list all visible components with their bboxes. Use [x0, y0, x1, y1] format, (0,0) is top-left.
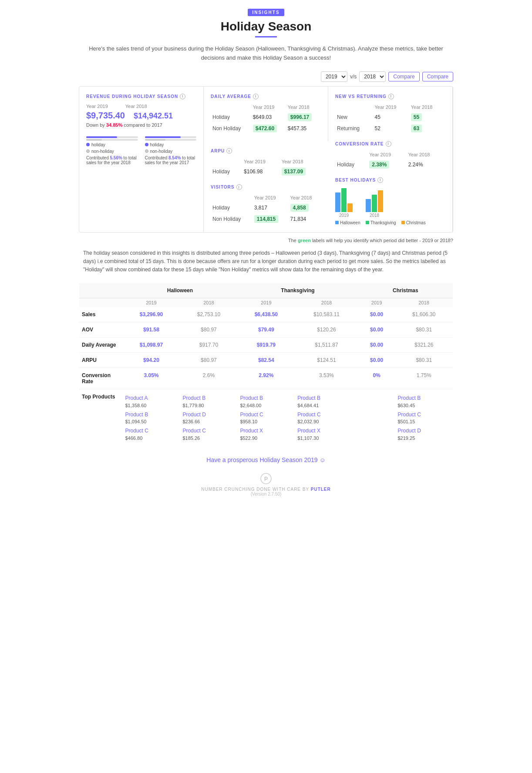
legend-2: non-holiday [86, 149, 138, 154]
revenue-info-icon[interactable]: i [180, 94, 185, 99]
da-t2018: $1,511.87 [295, 338, 358, 353]
arpu-t2018: $124.51 [295, 353, 358, 368]
revenue-card-title: REVENUE DURING HOLIDAY SEASON i [86, 94, 196, 99]
holiday-bar-2 [145, 136, 197, 138]
thanksgiving-2019-bar [341, 188, 347, 212]
halloween-2019-bar [335, 192, 340, 212]
halloween-2018-subhead: 2018 [180, 298, 237, 307]
revenue-card: REVENUE DURING HOLIDAY SEASON i Year 201… [79, 87, 204, 232]
arpu-card: ARPU i Year 2019 Year 2018 Holiday $106.… [204, 141, 328, 232]
cr-c2019: 0% [358, 368, 395, 389]
daily-avg-card: DAILY AVERAGE i Year 2019 Year 2018 Holi… [204, 87, 328, 142]
arpu-h2019: $94.20 [123, 353, 180, 368]
year-2019-label: 2019 [339, 213, 349, 218]
arpu-title: ARPU i [211, 148, 321, 154]
year1-select[interactable]: 2019 2018 [321, 71, 347, 82]
aov-h2018: $80.97 [180, 322, 237, 338]
cr-h2018: 2.6% [180, 368, 237, 389]
main-data-table: Halloween Thanksgiving Christmas 2019 20… [79, 283, 453, 448]
daily-avg-row: Daily Average $1,098.97 $917.70 $919.79 … [79, 338, 453, 353]
conversion-title: CONVERSION RATE i [335, 141, 445, 147]
revenue-year2: $14,942.51 [134, 111, 173, 121]
sales-t2019: $6,438.50 [237, 307, 295, 322]
halloween-2018-bar [366, 199, 371, 212]
christmas-header: Christmas [358, 283, 453, 298]
best-holidays-chart: 2019 2018 [335, 187, 445, 218]
da-c2018: $321.26 [395, 338, 453, 353]
sales-h2018: $2,753.10 [180, 307, 237, 322]
daily-avg-table: Year 2019 Year 2018 Holiday $649.03 $996… [211, 104, 321, 134]
compare-button-2[interactable]: Compare [422, 72, 453, 81]
new-returning-table: Year 2019 Year 2018 New 45 55 Returning … [335, 104, 445, 134]
new-returning-title: NEW VS RETURNING i [335, 94, 445, 99]
top-products-row: Top Products Product A $1,358.60 Product… [79, 389, 453, 448]
thanksgiving-legend: Thanksgiving [366, 220, 396, 225]
sales-c2019: $0.00 [358, 307, 395, 322]
legend-3: holiday [145, 142, 197, 147]
arpu-info-icon[interactable]: i [226, 148, 232, 154]
info-paragraph: The holiday season considered in this in… [79, 249, 453, 274]
page-subtitle: Here's the sales trend of your business … [79, 44, 453, 63]
footer-version: (Version 2.7.50) [79, 492, 453, 496]
best-holidays-info-icon[interactable]: i [377, 177, 383, 183]
christmas-2019-bar [347, 203, 353, 212]
da-h2019: $1,098.97 [123, 338, 180, 353]
chart-legend: Halloween Thanksgiving Christmas [335, 220, 445, 225]
conversion-info-icon[interactable]: i [386, 141, 391, 147]
holiday-dot-2 [145, 143, 148, 146]
revenue-year1: $9,735.40 [86, 111, 125, 121]
arpu-h2018: $80.97 [180, 353, 237, 368]
aov-row: AOV $91.58 $80.97 $79.49 $120.26 $0.00 $… [79, 322, 453, 338]
tp-h2019: Product A $1,358.60 Product B $1,094.50 … [123, 389, 180, 448]
aov-c2019: $0.00 [358, 322, 395, 338]
sales-h2019: $3,296.90 [123, 307, 180, 322]
year-2018-label: 2018 [370, 213, 379, 218]
da-t2019: $919.79 [237, 338, 295, 353]
halloween-2019-subhead: 2019 [123, 298, 180, 307]
putler-logo-icon: P [259, 472, 273, 485]
da-c2019: $0.00 [358, 338, 395, 353]
tp-t2019: Product B $2,648.00 Product C $958.10 Pr… [237, 389, 295, 448]
empty-header [79, 283, 123, 298]
compare-button-1[interactable]: Compare [388, 72, 419, 81]
nonholiday-dot-2 [145, 149, 148, 153]
contributed-1: Contributed 5.56% to total sales for the… [86, 155, 138, 165]
new-returning-card: NEW VS RETURNING i Year 2019 Year 2018 N… [328, 87, 453, 232]
visitors-info-icon[interactable]: i [236, 184, 242, 190]
svg-text:P: P [264, 476, 268, 482]
cr-t2019: 2.92% [237, 368, 295, 389]
christmas-2018-bar [378, 190, 383, 212]
tp-c2018: Product B $630.45 Product C $501.15 Prod… [395, 389, 453, 448]
cr-c2018: 1.75% [395, 368, 453, 389]
aov-c2018: $80.31 [395, 322, 453, 338]
arpu-c2019: $0.00 [358, 353, 395, 368]
year2-select[interactable]: 2018 2019 [359, 71, 386, 82]
halloween-legend: Halloween [335, 220, 360, 225]
title-underline [255, 36, 277, 37]
aov-h2019: $91.58 [123, 322, 180, 338]
visitors-table: Year 2019 Year 2018 Holiday 3,817 4,858 … [211, 194, 321, 225]
thanksgiving-2018-bar [372, 195, 377, 212]
halloween-header: Halloween [123, 283, 238, 298]
page-title: Holiday Season [79, 20, 453, 34]
footer-logo-text: NUMBER CRUNCHING DONE WITH CARE BY PUTLE… [79, 487, 453, 492]
tp-h2018: Product B $1,779.80 Product D $236.66 Pr… [180, 389, 237, 448]
tp-t2018: Product B $4,684.41 Product C $2,032.90 … [295, 389, 358, 448]
thanksgiving-2019-subhead: 2019 [237, 298, 295, 307]
tp-c2019 [358, 389, 395, 448]
aov-t2018: $120.26 [295, 322, 358, 338]
nonholiday-dot-1 [86, 149, 90, 153]
christmas-legend: Christmas [401, 220, 426, 225]
legend-4: non-holiday [145, 149, 197, 154]
sales-t2018: $10,583.11 [295, 307, 358, 322]
nonholiday-bar-2 [145, 139, 197, 141]
holiday-bar-1 [86, 136, 138, 138]
legend-1: holiday [86, 142, 138, 147]
daily-avg-info-icon[interactable]: i [253, 94, 259, 99]
nonholiday-bar-1 [86, 139, 138, 141]
arpu-c2018: $80.31 [395, 353, 453, 368]
cards-grid: REVENUE DURING HOLIDAY SEASON i Year 201… [79, 86, 453, 233]
new-returning-info-icon[interactable]: i [388, 94, 394, 99]
arpu-t2019: $82.54 [237, 353, 295, 368]
green-note: The green labels will help you identify … [79, 238, 453, 243]
